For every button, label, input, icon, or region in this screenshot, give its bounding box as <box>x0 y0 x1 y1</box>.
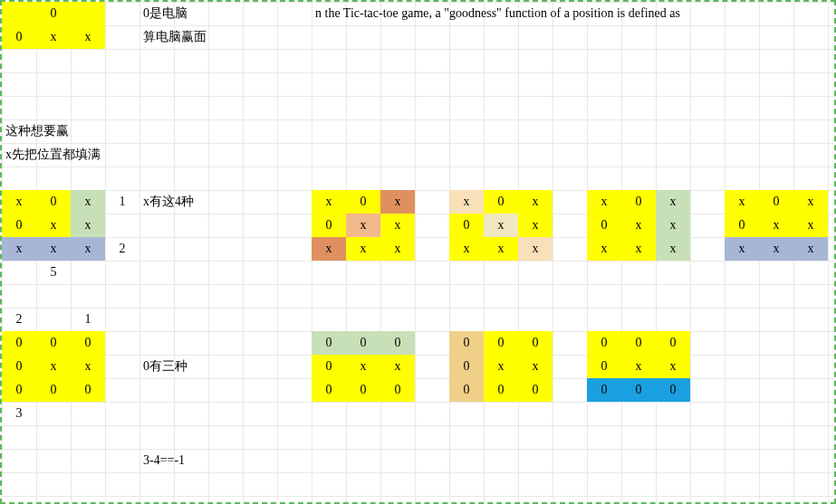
o-grid-2-r0c0[interactable]: 0 <box>312 331 346 355</box>
o-grid-2-r0c2[interactable]: 0 <box>380 331 415 355</box>
x-grid-1-r1c1[interactable]: x <box>36 214 71 237</box>
cell[interactable]: 0 <box>2 25 36 49</box>
o-grid-4-r2c2[interactable]: 0 <box>656 378 690 402</box>
o-grid-1-r1c1[interactable]: x <box>36 355 71 378</box>
o-grid-3-r0c1[interactable]: 0 <box>484 331 518 355</box>
o-grid-2-r0c1[interactable]: 0 <box>346 331 380 355</box>
o-grid-2-r1c2[interactable]: x <box>380 355 415 378</box>
cell[interactable]: x <box>36 25 71 49</box>
x-grid-2-r2c1[interactable]: x <box>346 237 380 261</box>
num-5[interactable]: 5 <box>36 261 71 284</box>
x-grid-2-r1c2[interactable]: x <box>380 214 415 237</box>
o-grid-2-r2c2[interactable]: 0 <box>380 378 415 402</box>
x-grid-4-r1c0[interactable]: 0 <box>587 214 621 237</box>
x-grid-2-r1c1[interactable]: x <box>346 214 380 237</box>
x-grid-1-r2c1[interactable]: x <box>36 237 71 261</box>
x-grid-3-r1c2[interactable]: x <box>518 214 553 237</box>
x-grid-2-r0c2[interactable]: x <box>380 190 415 214</box>
o-grid-4-r1c1[interactable]: x <box>621 355 656 378</box>
x-grid-5-r0c1[interactable]: 0 <box>759 190 793 214</box>
x-grid-5-r0c0[interactable]: x <box>725 190 759 214</box>
o-grid-1-r0c2[interactable]: 0 <box>71 331 105 355</box>
o-grid-3-r2c1[interactable]: 0 <box>484 378 518 402</box>
x-grid-2-r0c0[interactable]: x <box>312 190 346 214</box>
x-grid-3-r2c2[interactable]: x <box>518 237 553 261</box>
x-grid-5-r1c0[interactable]: 0 <box>725 214 759 237</box>
num-3[interactable]: 3 <box>2 402 36 425</box>
x-grid-5-r2c2[interactable]: x <box>793 237 828 261</box>
cell[interactable] <box>71 2 105 25</box>
o-grid-3-r2c0[interactable]: 0 <box>449 378 484 402</box>
heading-x-fill[interactable]: x先把位置都填满 <box>2 143 208 166</box>
label-0-3-kinds[interactable]: 0有三种 <box>139 355 243 378</box>
o-grid-1-r0c0[interactable]: 0 <box>2 331 36 355</box>
x-grid-3-r2c0[interactable]: x <box>449 237 484 261</box>
calc-result[interactable]: 3-4==-1 <box>139 449 243 472</box>
x-grid-1-r0c1[interactable]: 0 <box>36 190 71 214</box>
spreadsheet-area[interactable]: 00xx0是电脑算电脑赢面n the Tic-tac-toe game, a "… <box>0 0 836 504</box>
o-grid-4-r0c1[interactable]: 0 <box>621 331 656 355</box>
o-grid-2-r2c1[interactable]: 0 <box>346 378 380 402</box>
o-grid-4-r2c1[interactable]: 0 <box>621 378 656 402</box>
x-grid-2-r2c0[interactable]: x <box>312 237 346 261</box>
x-grid-4-r2c1[interactable]: x <box>621 237 656 261</box>
num-1[interactable]: 1 <box>105 190 139 214</box>
o-grid-1-r1c2[interactable]: x <box>71 355 105 378</box>
o-grid-1-r0c1[interactable]: 0 <box>36 331 71 355</box>
x-grid-5-r1c1[interactable]: x <box>759 214 793 237</box>
x-grid-5-r2c1[interactable]: x <box>759 237 793 261</box>
label-x-4-kinds[interactable]: x有这4种 <box>139 190 243 214</box>
note-0-is-computer[interactable]: 0是电脑 <box>139 2 243 25</box>
x-grid-1-r1c2[interactable]: x <box>71 214 105 237</box>
x-grid-5-r0c2[interactable]: x <box>793 190 828 214</box>
x-grid-4-r1c2[interactable]: x <box>656 214 690 237</box>
o-grid-4-r0c2[interactable]: 0 <box>656 331 690 355</box>
x-grid-3-r0c2[interactable]: x <box>518 190 553 214</box>
o-grid-4-r2c0[interactable]: 0 <box>587 378 621 402</box>
o-grid-3-r1c2[interactable]: x <box>518 355 553 378</box>
o-grid-3-r0c0[interactable]: 0 <box>449 331 484 355</box>
note-compute-win[interactable]: 算电脑赢面 <box>139 25 243 49</box>
o-grid-2-r2c0[interactable]: 0 <box>312 378 346 402</box>
cell[interactable] <box>2 2 36 25</box>
x-grid-3-r0c1[interactable]: 0 <box>484 190 518 214</box>
x-grid-4-r2c2[interactable]: x <box>656 237 690 261</box>
o-grid-1-r1c0[interactable]: 0 <box>2 355 36 378</box>
num-2[interactable]: 2 <box>105 237 139 261</box>
x-grid-4-r0c0[interactable]: x <box>587 190 621 214</box>
x-grid-1-r0c2[interactable]: x <box>71 190 105 214</box>
o-grid-3-r1c1[interactable]: x <box>484 355 518 378</box>
x-grid-1-r1c0[interactable]: 0 <box>2 214 36 237</box>
o-grid-2-r1c1[interactable]: x <box>346 355 380 378</box>
x-grid-1-r0c0[interactable]: x <box>2 190 36 214</box>
x-grid-2-r0c1[interactable]: 0 <box>346 190 380 214</box>
x-grid-5-r1c2[interactable]: x <box>793 214 828 237</box>
o-grid-2-r1c0[interactable]: 0 <box>312 355 346 378</box>
o-grid-1-r2c1[interactable]: 0 <box>36 378 71 402</box>
x-grid-3-r0c0[interactable]: x <box>449 190 484 214</box>
x-grid-2-r2c2[interactable]: x <box>380 237 415 261</box>
o-grid-3-r0c2[interactable]: 0 <box>518 331 553 355</box>
num-1b[interactable]: 1 <box>71 308 105 331</box>
long-description[interactable]: n the Tic-tac-toe game, a "goodness" fun… <box>312 2 828 25</box>
x-grid-1-r2c0[interactable]: x <box>2 237 36 261</box>
o-grid-4-r1c0[interactable]: 0 <box>587 355 621 378</box>
o-grid-3-r1c0[interactable]: 0 <box>449 355 484 378</box>
x-grid-3-r2c1[interactable]: x <box>484 237 518 261</box>
x-grid-4-r0c2[interactable]: x <box>656 190 690 214</box>
o-grid-4-r1c2[interactable]: x <box>656 355 690 378</box>
cell[interactable]: 0 <box>36 2 71 25</box>
o-grid-1-r2c0[interactable]: 0 <box>2 378 36 402</box>
x-grid-3-r1c1[interactable]: x <box>484 214 518 237</box>
x-grid-4-r1c1[interactable]: x <box>621 214 656 237</box>
heading-want-win[interactable]: 这种想要赢 <box>2 119 174 143</box>
o-grid-3-r2c2[interactable]: 0 <box>518 378 553 402</box>
x-grid-5-r2c0[interactable]: x <box>725 237 759 261</box>
x-grid-3-r1c0[interactable]: 0 <box>449 214 484 237</box>
x-grid-2-r1c0[interactable]: 0 <box>312 214 346 237</box>
num-2b[interactable]: 2 <box>2 308 36 331</box>
cell[interactable]: x <box>71 25 105 49</box>
o-grid-4-r0c0[interactable]: 0 <box>587 331 621 355</box>
x-grid-4-r0c1[interactable]: 0 <box>621 190 656 214</box>
x-grid-1-r2c2[interactable]: x <box>71 237 105 261</box>
